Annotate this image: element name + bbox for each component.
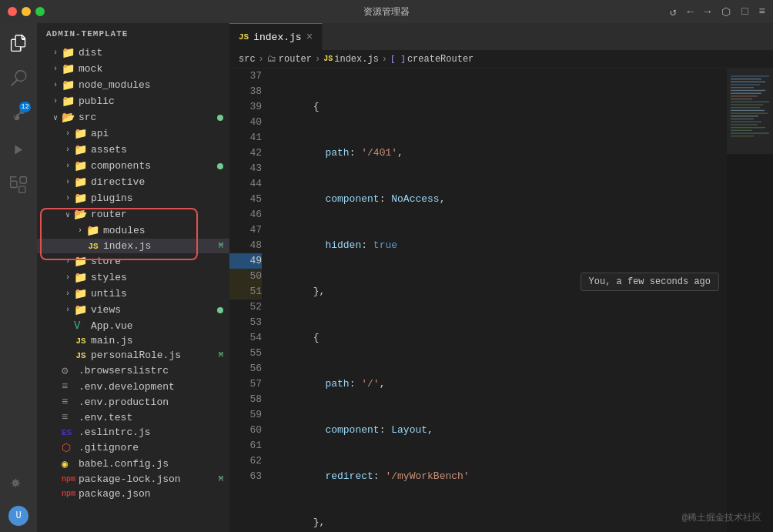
- chevron-right-icon: ›: [62, 146, 74, 154]
- refresh-icon[interactable]: ↺: [670, 5, 676, 18]
- folder-open-icon: 📂: [74, 208, 88, 221]
- tree-label: dist: [79, 47, 229, 59]
- activity-search[interactable]: [5, 65, 32, 92]
- babel-file-icon: ◉: [62, 457, 75, 470]
- tree-item-views[interactable]: › 📁 views: [37, 302, 229, 318]
- tree-label: components: [91, 160, 217, 172]
- tree-item-src[interactable]: ∨ 📂 src: [37, 109, 229, 125]
- tree-item-env-test[interactable]: ≡ .env.test: [37, 410, 229, 425]
- tree-item-mock[interactable]: › 📁 mock: [37, 61, 229, 77]
- svg-rect-22: [727, 69, 773, 154]
- tree-item-env-prod[interactable]: ≡ .env.production: [37, 394, 229, 410]
- tree-label: store: [91, 256, 229, 267]
- breadcrumb-index-js[interactable]: JS index.js: [323, 54, 379, 65]
- tree-item-package-json[interactable]: npm package.json: [37, 487, 229, 501]
- code-line-43: path: '/',: [277, 376, 727, 392]
- tree-item-assets[interactable]: › 📁 assets: [37, 142, 229, 158]
- activity-source-control[interactable]: 12: [5, 100, 32, 128]
- forward-icon[interactable]: →: [704, 5, 711, 18]
- chevron-down-icon: ∨: [49, 113, 62, 122]
- minimap: [727, 69, 773, 532]
- main-layout: 12 U ADMIN-TEMPLATE › 📁 di: [0, 23, 773, 532]
- maximize-button[interactable]: [35, 7, 45, 16]
- tab-bar: JS index.js ×: [229, 23, 773, 50]
- tree-item-babel[interactable]: ◉ babel.config.js: [37, 456, 229, 472]
- tab-close-button[interactable]: ×: [306, 31, 313, 43]
- chevron-right-icon: ›: [49, 65, 62, 73]
- breadcrumb-src[interactable]: src: [239, 54, 256, 65]
- activity-extensions[interactable]: [5, 171, 32, 199]
- chevron-right-icon: ›: [62, 289, 74, 298]
- eslint-file-icon: ES: [62, 428, 75, 437]
- chevron-right-icon: ›: [49, 49, 62, 57]
- code-line-40: hidden: true: [277, 238, 727, 253]
- folder-icon: 📁: [74, 127, 88, 140]
- tree-item-personal-role[interactable]: JS personalRole.js M: [37, 348, 229, 363]
- close-button[interactable]: [8, 7, 17, 16]
- tree-item-public[interactable]: › 📁 public: [37, 93, 229, 109]
- tab-index-js[interactable]: JS index.js ×: [229, 23, 323, 50]
- npm-file-icon: npm: [62, 475, 75, 483]
- tree-label: .browserslistrc: [79, 365, 229, 376]
- tree-item-modules[interactable]: › 📁 modules: [37, 223, 229, 239]
- code-editor[interactable]: 3738394041 4243444546 474849 50 51 52535…: [229, 69, 727, 532]
- folder-icon: 📁: [74, 271, 88, 284]
- activity-run[interactable]: [5, 136, 32, 163]
- user-avatar[interactable]: U: [8, 506, 28, 526]
- folder-open-icon: 📂: [62, 111, 75, 124]
- folder-icon: 📁: [74, 192, 88, 205]
- tree-item-browserslistrc[interactable]: ⚙ .browserslistrc: [37, 363, 229, 379]
- code-line-44: component: Layout,: [277, 423, 727, 438]
- breadcrumb-js-icon: JS: [323, 55, 333, 63]
- tree-item-env-dev[interactable]: ≡ .env.development: [37, 379, 229, 394]
- tree-label: index.js: [103, 240, 219, 252]
- back-icon[interactable]: ←: [687, 5, 693, 18]
- tree-item-router[interactable]: ∨ 📂 router: [37, 206, 229, 223]
- folder-icon: 📁: [86, 224, 100, 237]
- window-controls: [8, 7, 45, 16]
- chevron-right-icon: ›: [62, 178, 74, 186]
- tree-item-eslintrc[interactable]: ES .eslintrc.js: [37, 425, 229, 440]
- tree-item-index-js[interactable]: JS index.js M: [37, 239, 229, 253]
- tree-item-store[interactable]: › 📁 store: [37, 253, 229, 269]
- activity-settings[interactable]: [5, 472, 32, 500]
- tree-label: App.vue: [91, 320, 229, 332]
- tree-item-gitignore[interactable]: ⬡ .gitignore: [37, 440, 229, 456]
- tree-item-dist[interactable]: › 📁 dist: [37, 45, 229, 61]
- tree-item-components[interactable]: › 📁 components: [37, 158, 229, 174]
- breadcrumb-create-router[interactable]: [ ] createRouter: [390, 54, 474, 65]
- env-file-icon: ≡: [62, 411, 75, 423]
- tree-label: styles: [91, 272, 229, 283]
- tree-item-utils[interactable]: › 📁 untils: [37, 286, 229, 302]
- folder-icon: 📁: [74, 176, 88, 189]
- router-group: ∨ 📂 router › 📁 modules JS index.js M: [37, 206, 229, 253]
- tree-item-api[interactable]: › 📁 api: [37, 125, 229, 142]
- tree-item-node-modules[interactable]: › 📁 node_modules: [37, 77, 229, 93]
- breadcrumb-router[interactable]: 🗂 router: [267, 53, 312, 65]
- js-file-icon: JS: [86, 242, 100, 251]
- settings-icon[interactable]: ⬡: [721, 5, 731, 18]
- tree-item-package-lock[interactable]: npm package-lock.json M: [37, 472, 229, 487]
- tree-item-main-js[interactable]: JS main.js: [37, 333, 229, 348]
- minimize-button[interactable]: [22, 7, 31, 16]
- layout-icon[interactable]: □: [741, 5, 748, 18]
- breadcrumb-bracket-icon: [ ]: [390, 55, 406, 64]
- tree-item-styles[interactable]: › 📁 styles: [37, 269, 229, 286]
- folder-icon: 📁: [62, 95, 75, 108]
- code-line-38: path: '/401',: [277, 146, 727, 161]
- tree-label: router: [91, 209, 229, 220]
- tree-label: views: [91, 304, 217, 316]
- vue-file-icon: V: [74, 320, 88, 332]
- tree-item-plugins[interactable]: › 📁 plugins: [37, 190, 229, 206]
- js-file-icon: JS: [74, 351, 88, 360]
- config-file-icon: ⚙: [62, 364, 75, 377]
- menu-icon[interactable]: ≡: [759, 5, 765, 18]
- activity-explorer[interactable]: [5, 29, 32, 57]
- tree-item-directive[interactable]: › 📁 directive: [37, 174, 229, 190]
- chevron-right-icon: ›: [49, 97, 62, 105]
- modified-badge: M: [219, 475, 223, 483]
- tree-label: directive: [91, 176, 229, 188]
- tree-item-app-vue[interactable]: V App.vue: [37, 318, 229, 333]
- tree-label: src: [79, 112, 217, 123]
- tree-label: .eslintrc.js: [79, 427, 229, 438]
